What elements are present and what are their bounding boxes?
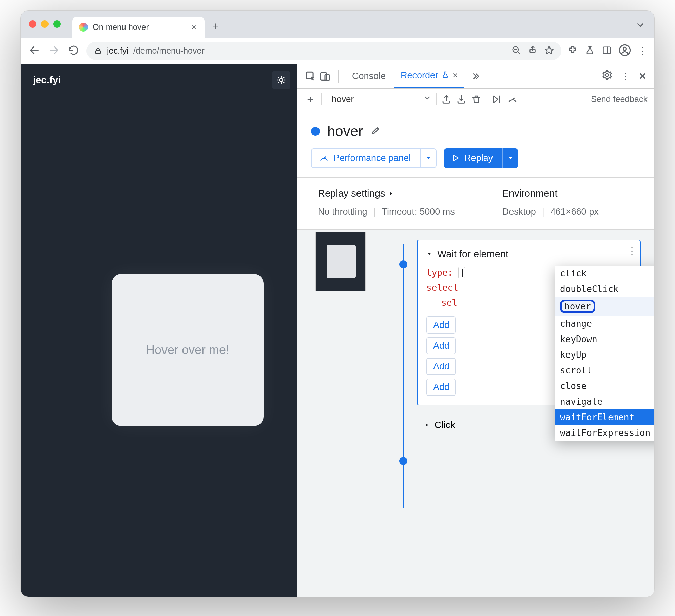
tab-strip: On menu hover × ＋ [21,11,654,38]
timeline-rail [403,244,404,508]
device-toolbar-icon[interactable] [319,71,331,82]
environment-header: Environment [502,188,599,199]
type-option-waitforelement[interactable]: waitForElement [555,409,655,425]
settings-gear-icon[interactable] [602,70,613,83]
performance-panel-button[interactable]: Performance panel [311,148,437,168]
extensions-icon[interactable] [567,45,578,57]
chevron-down-icon [423,94,431,104]
svg-marker-25 [494,96,498,103]
step-wait-for-element: Wait for element ⋮ type: select sel Add … [417,240,641,405]
type-option-click[interactable]: click [555,266,655,281]
recording-settings: Replay settings No throttling | Timeout:… [297,178,654,230]
perf-caret-icon[interactable] [420,149,436,167]
zoom-out-icon[interactable] [511,45,521,57]
svg-marker-29 [427,157,430,159]
type-option-hover[interactable]: hover [555,297,655,316]
type-option-change[interactable]: change [555,316,655,331]
browser-menu-icon[interactable]: ⋮ [638,45,648,56]
replay-button[interactable]: Replay [444,148,518,168]
timeline-node [399,457,407,465]
step-thumbnail: Hover over me! [315,232,366,291]
inspect-element-icon[interactable] [305,71,316,82]
collapse-triangle-icon[interactable] [426,251,432,258]
svg-marker-33 [428,253,431,255]
type-option-keydown[interactable]: keyDown [555,331,655,347]
browser-window: On menu hover × ＋ jec.fyi/demo/menu-hove… [20,10,655,597]
labs-icon[interactable] [585,45,595,56]
recording-title: hover [327,123,363,139]
url-path: /demo/menu-hover [133,46,205,56]
omnibox[interactable]: jec.fyi/demo/menu-hover [86,42,561,60]
svg-rect-8 [603,47,611,53]
steps-area: Hover over me! Wait for element ⋮ type: [297,230,654,597]
new-recording-button[interactable]: ＋ [304,92,316,107]
devtools-tablist: Console Recorder × ⋮ ✕ [297,64,654,89]
bookmark-star-icon[interactable] [544,45,554,57]
svg-point-12 [279,78,283,81]
timeout-value: Timeout: 5000 ms [382,207,455,217]
svg-line-28 [324,157,326,159]
share-icon[interactable] [528,45,537,57]
type-option-doubleclick[interactable]: doubleClick [555,281,655,297]
browser-toolbar: ⋮ [567,44,648,57]
devtools-close-icon[interactable]: ✕ [638,70,647,82]
svg-marker-34 [426,423,428,427]
page-brand[interactable]: jec.fyi [33,75,61,86]
forward-button [47,44,61,57]
expand-triangle-icon [424,420,430,430]
replay-settings-header[interactable]: Replay settings [318,188,455,199]
tab-close-icon[interactable]: × [190,22,198,33]
type-option-navigate[interactable]: navigate [555,394,655,409]
new-tab-button[interactable]: ＋ [208,18,224,34]
recording-selector[interactable]: hover [326,92,431,107]
recorder-toolbar: ＋ hover Send feedback [297,89,654,110]
hover-card[interactable]: Hover over me! [112,274,264,426]
tabs-dropdown-icon[interactable] [635,20,645,32]
svg-line-17 [278,77,279,78]
step-kebab-icon[interactable]: ⋮ [627,245,637,256]
import-icon[interactable] [456,94,466,104]
svg-marker-31 [508,157,512,159]
devtools-kebab-icon[interactable]: ⋮ [621,71,630,82]
svg-marker-32 [390,192,393,195]
edit-title-icon[interactable] [370,126,381,137]
type-option-close[interactable]: close [555,378,655,394]
svg-line-19 [278,82,279,83]
type-option-waitforexpression[interactable]: waitForExpression [555,425,655,441]
tab-recorder[interactable]: Recorder × [394,64,464,88]
favicon-icon [79,23,88,32]
more-tabs-icon[interactable] [470,71,480,81]
svg-line-27 [513,98,514,100]
add-button[interactable]: Add [426,316,456,334]
svg-marker-30 [454,155,458,161]
step-forward-icon[interactable] [491,94,502,104]
theme-toggle-button[interactable] [272,71,290,89]
reload-button[interactable] [67,45,80,57]
back-button[interactable] [27,44,41,57]
speed-gauge-icon[interactable] [507,94,518,104]
type-option-scroll[interactable]: scroll [555,363,655,378]
add-button[interactable]: Add [426,337,456,354]
add-button[interactable]: Add [426,379,456,396]
add-button[interactable]: Add [426,358,456,375]
tab-console[interactable]: Console [346,64,392,88]
export-icon[interactable] [441,94,451,104]
tab-close-icon[interactable]: × [452,70,458,81]
type-input[interactable] [458,267,465,278]
close-window-icon[interactable] [29,20,36,28]
svg-rect-2 [96,51,100,54]
beaker-icon [442,71,449,80]
send-feedback-link[interactable]: Send feedback [591,94,648,104]
address-bar: jec.fyi/demo/menu-hover ⋮ [21,38,654,64]
type-option-keyup[interactable]: keyUp [555,347,655,363]
recording-dot-icon [311,127,320,136]
recorder-header: hover Performance panel Replay [297,110,654,178]
browser-tab[interactable]: On menu hover × [72,17,205,38]
profile-avatar[interactable] [619,44,631,57]
svg-point-11 [623,47,626,50]
replay-caret-icon[interactable] [502,148,518,168]
fullscreen-window-icon[interactable] [53,20,61,28]
side-panel-icon[interactable] [602,45,612,56]
delete-trash-icon[interactable] [471,94,481,104]
minimize-window-icon[interactable] [41,20,49,28]
